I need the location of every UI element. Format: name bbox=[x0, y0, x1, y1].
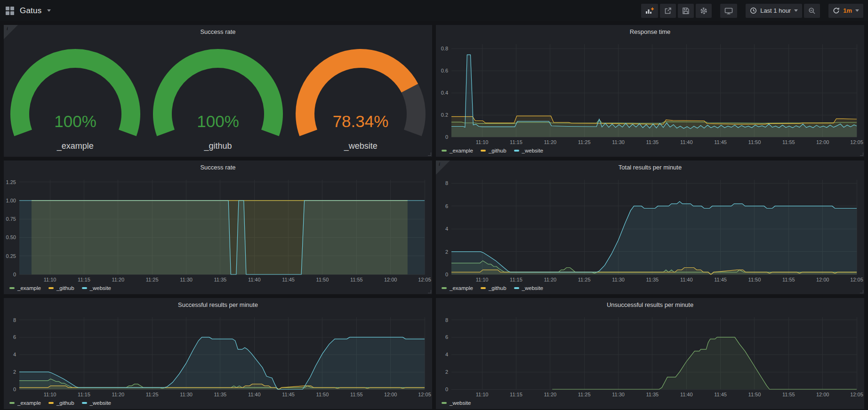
legend-series-marker bbox=[82, 287, 87, 289]
panel-title[interactable]: Successful results per minute bbox=[4, 298, 432, 310]
svg-text:12:05: 12:05 bbox=[850, 392, 863, 397]
legend-item[interactable]: _example bbox=[9, 400, 41, 406]
svg-text:11:35: 11:35 bbox=[646, 392, 659, 397]
time-range-button[interactable]: Last 1 hour bbox=[746, 4, 802, 18]
legend-item[interactable]: _website bbox=[442, 400, 471, 406]
chart-svg: 0246811:1011:1511:2011:2511:3011:3511:40… bbox=[436, 310, 864, 399]
panel-resize-handle[interactable] bbox=[860, 290, 863, 293]
panel-success-rate-chart: Success rate 00.250.500.751.001.2511:101… bbox=[4, 161, 432, 294]
panel-title[interactable]: Total results per minute bbox=[436, 161, 864, 172]
svg-text:11:50: 11:50 bbox=[316, 392, 329, 397]
svg-text:11:55: 11:55 bbox=[782, 392, 795, 397]
chart-legend: _example_github_website bbox=[4, 284, 432, 294]
svg-text:11:15: 11:15 bbox=[510, 277, 522, 282]
svg-text:11:10: 11:10 bbox=[44, 277, 56, 282]
tv-monitor-icon bbox=[724, 7, 733, 15]
svg-text:2: 2 bbox=[445, 369, 448, 375]
svg-text:11:45: 11:45 bbox=[714, 392, 727, 397]
unsuccessful-results-chart[interactable]: 0246811:1011:1511:2011:2511:3011:3511:40… bbox=[436, 310, 864, 399]
svg-text:6: 6 bbox=[445, 334, 448, 340]
share-icon bbox=[664, 7, 672, 15]
legend-series-marker bbox=[442, 150, 447, 152]
gauge-value: 78.34% bbox=[333, 112, 389, 130]
svg-text:11:25: 11:25 bbox=[146, 277, 159, 282]
cycle-view-button[interactable] bbox=[720, 4, 737, 18]
legend-series-label: _github bbox=[489, 285, 506, 291]
zoom-out-button[interactable] bbox=[804, 4, 820, 18]
gear-icon bbox=[700, 7, 707, 15]
response-time-chart[interactable]: 00.20.40.60.811:1011:1511:2011:2511:3011… bbox=[436, 37, 864, 146]
svg-text:11:40: 11:40 bbox=[248, 277, 261, 282]
svg-text:4: 4 bbox=[445, 352, 448, 357]
legend-series-marker bbox=[481, 287, 486, 289]
panel-resize-handle[interactable] bbox=[428, 290, 431, 293]
svg-text:12:05: 12:05 bbox=[418, 277, 431, 282]
gauge-arc: 100% bbox=[152, 48, 284, 138]
svg-text:11:10: 11:10 bbox=[476, 139, 489, 145]
svg-text:11:55: 11:55 bbox=[782, 277, 795, 282]
svg-text:11:35: 11:35 bbox=[646, 139, 659, 145]
svg-text:11:30: 11:30 bbox=[612, 277, 625, 282]
panel-info-icon[interactable]: i bbox=[436, 161, 450, 175]
panel-resize-handle[interactable] bbox=[428, 153, 431, 156]
dashboard-caret-icon[interactable] bbox=[47, 9, 51, 12]
add-panel-button[interactable] bbox=[641, 4, 658, 18]
dashboard-title[interactable]: Gatus bbox=[20, 6, 41, 16]
chart-legend: _example_github_website bbox=[4, 399, 432, 409]
legend-series-marker bbox=[9, 287, 15, 289]
time-range-caret-icon bbox=[794, 9, 798, 12]
chart-legend: _website bbox=[436, 399, 864, 409]
total-results-chart[interactable]: 0246811:1011:1511:2011:2511:3011:3511:40… bbox=[436, 172, 864, 284]
panel-resize-handle[interactable] bbox=[860, 153, 863, 156]
share-button[interactable] bbox=[660, 4, 676, 18]
panel-title[interactable]: Success rate bbox=[4, 25, 432, 37]
panel-title[interactable]: Success rate bbox=[4, 161, 432, 172]
settings-button[interactable] bbox=[696, 4, 712, 18]
legend-item[interactable]: _website bbox=[82, 285, 111, 291]
add-panel-icon bbox=[645, 7, 654, 15]
success-rate-chart[interactable]: 00.250.500.751.001.2511:1011:1511:2011:2… bbox=[4, 172, 432, 284]
panel-title[interactable]: Unsuccessful results per minute bbox=[436, 298, 864, 310]
legend-item[interactable]: _example bbox=[442, 285, 473, 291]
svg-text:11:35: 11:35 bbox=[646, 277, 659, 282]
svg-text:12:05: 12:05 bbox=[850, 277, 863, 282]
svg-text:11:45: 11:45 bbox=[282, 392, 295, 397]
svg-text:12:00: 12:00 bbox=[384, 392, 397, 397]
svg-text:6: 6 bbox=[13, 334, 16, 340]
legend-item[interactable]: _website bbox=[514, 285, 543, 291]
legend-item[interactable]: _github bbox=[48, 285, 74, 291]
panel-response-time: Response time 00.20.40.60.811:1011:1511:… bbox=[436, 25, 864, 157]
svg-text:11:30: 11:30 bbox=[180, 392, 193, 397]
legend-series-marker bbox=[48, 287, 54, 289]
svg-text:11:25: 11:25 bbox=[578, 277, 591, 282]
svg-text:11:25: 11:25 bbox=[578, 139, 591, 145]
svg-text:11:45: 11:45 bbox=[714, 277, 727, 282]
panel-info-icon[interactable]: i bbox=[4, 25, 18, 39]
gauge-_website: 78.34%_website bbox=[295, 48, 426, 151]
svg-text:0: 0 bbox=[445, 272, 448, 277]
save-button[interactable] bbox=[678, 4, 694, 18]
panel-title[interactable]: Response time bbox=[436, 25, 864, 37]
refresh-button[interactable]: 1m bbox=[828, 4, 863, 18]
legend-item[interactable]: _github bbox=[481, 285, 506, 291]
apps-grid-icon[interactable] bbox=[6, 7, 14, 15]
svg-text:11:40: 11:40 bbox=[680, 392, 693, 397]
refresh-interval-label: 1m bbox=[843, 7, 852, 14]
legend-item[interactable]: _github bbox=[48, 400, 74, 406]
legend-item[interactable]: _website bbox=[514, 148, 543, 153]
svg-text:11:15: 11:15 bbox=[78, 392, 90, 397]
svg-text:11:10: 11:10 bbox=[44, 392, 56, 397]
legend-item[interactable]: _website bbox=[82, 400, 111, 406]
svg-text:12:00: 12:00 bbox=[816, 392, 829, 397]
successful-results-chart[interactable]: 0246811:1011:1511:2011:2511:3011:3511:40… bbox=[4, 310, 432, 399]
legend-item[interactable]: _example bbox=[442, 148, 473, 153]
svg-text:11:50: 11:50 bbox=[748, 139, 761, 145]
legend-item[interactable]: _example bbox=[9, 285, 41, 291]
chart-svg: 0246811:1011:1511:2011:2511:3011:3511:40… bbox=[4, 310, 432, 399]
svg-text:11:20: 11:20 bbox=[544, 139, 556, 145]
svg-text:11:20: 11:20 bbox=[544, 392, 556, 397]
svg-text:11:20: 11:20 bbox=[112, 277, 124, 282]
gauge-value: 100% bbox=[197, 112, 239, 130]
svg-text:11:50: 11:50 bbox=[748, 277, 761, 282]
legend-item[interactable]: _github bbox=[481, 148, 506, 153]
